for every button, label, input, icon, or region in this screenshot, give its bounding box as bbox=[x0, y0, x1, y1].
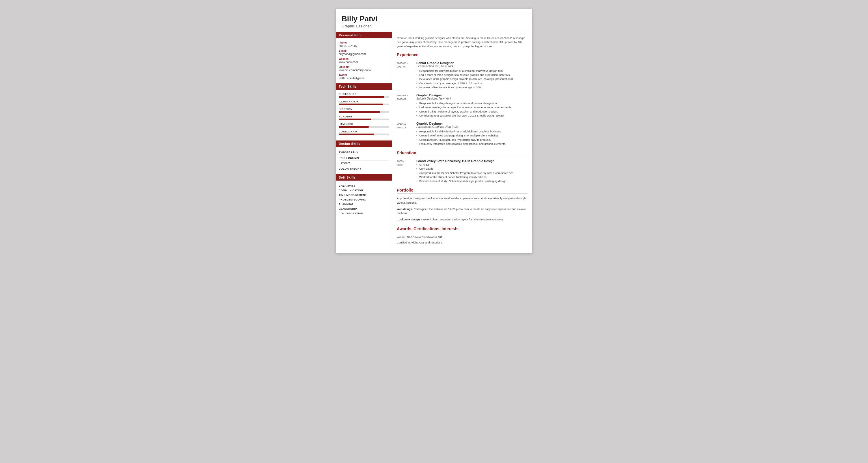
soft-skill-item: COMMUNICATION bbox=[339, 188, 389, 193]
tech-skills-section: PHOTOSHOP ILLUSTRATOR INDESIGN ACROBAT H… bbox=[336, 90, 392, 140]
skill-bar-bg bbox=[339, 104, 389, 105]
portfolio-list: App Design. Designed the flow of the Mea… bbox=[397, 196, 528, 222]
awards-item: Winner: D&AD New Blood Award 2011 bbox=[397, 235, 528, 239]
experience-section: Experience 2015-03 -2017-04 Senior Graph… bbox=[397, 53, 528, 146]
bullet: Responsible for daily design in a small,… bbox=[416, 130, 528, 134]
exp-bullets: Responsible for daily design in a small,… bbox=[416, 130, 528, 146]
awards-title: Awards, Certifications, Interests bbox=[397, 227, 528, 232]
exp-date: 2015-03 -2017-04 bbox=[397, 61, 416, 90]
tech-skill-item: ACROBAT bbox=[339, 115, 389, 120]
experience-item: 2013-01 -2015-02 Graphic Designer Shibul… bbox=[397, 94, 528, 118]
exp-details: Graphic Designer Shibula Designs, New Yo… bbox=[416, 94, 528, 118]
candidate-title: Graphic Designer bbox=[342, 24, 526, 28]
awards-section: Awards, Certifications, Interests Winner… bbox=[397, 227, 528, 245]
skill-name: INDESIGN bbox=[339, 108, 389, 110]
design-skill-item: COLOR THEORY bbox=[339, 166, 389, 171]
skill-name: ACROBAT bbox=[339, 115, 389, 118]
soft-skills-header: Soft Skills bbox=[336, 174, 392, 180]
skill-bar-bg bbox=[339, 119, 389, 120]
portfolio-title: Portfolio bbox=[397, 188, 528, 194]
bullet: GPA 3.5 bbox=[416, 163, 528, 167]
bullet: Favorite areas of study: Online layout d… bbox=[416, 179, 528, 183]
website-label: Website bbox=[339, 57, 389, 60]
exp-company: Senna Kenno Inc., New York bbox=[416, 65, 528, 68]
portfolio-section: Portfolio App Design. Designed the flow … bbox=[397, 188, 528, 222]
main-content: Creative, hard working graphic designer … bbox=[392, 32, 532, 253]
linkedin-value: linkedin.com/in/billy-patvi bbox=[339, 69, 389, 72]
email-label: E-mail bbox=[339, 49, 389, 52]
education-title: Education bbox=[397, 151, 528, 156]
experience-item: 2010-10 -2012-11 Graphic Designer Passal… bbox=[397, 122, 528, 146]
soft-skill-item: PROBLEM SOLVING bbox=[339, 197, 389, 202]
bullet: Created a high volume of layout, graphic… bbox=[416, 110, 528, 114]
exp-bullets: Responsible for daily production of a sm… bbox=[416, 69, 528, 90]
skill-bar-bg bbox=[339, 126, 389, 128]
soft-skill-item: LEADERSHIP bbox=[339, 206, 389, 211]
skill-name: CORELDRAW bbox=[339, 130, 389, 133]
edu-bullets: GPA 3.5Cum LaudeAccepted into the Senior… bbox=[416, 163, 528, 183]
design-skill-item: PRINT DESIGN bbox=[339, 155, 389, 161]
bullet: Led team meetings for a project to incre… bbox=[416, 105, 528, 109]
personal-info-header: Personal Info bbox=[336, 32, 392, 38]
exp-date: 2010-10 -2012-11 bbox=[397, 122, 416, 146]
edu-date: 2005 -2009 bbox=[397, 159, 416, 183]
skill-bar-fill bbox=[339, 134, 374, 135]
soft-skill-item: TIME MANAGEMENT bbox=[339, 193, 389, 197]
exp-details: Senior Graphic Designer Senna Kenno Inc.… bbox=[416, 61, 528, 90]
soft-skill-item: PLANNING bbox=[339, 202, 389, 206]
portfolio-item-desc: Created clean, engaging design layout fo… bbox=[421, 218, 505, 221]
twitter-label: Twitter bbox=[339, 73, 389, 76]
resume: Billy Patvi Graphic Designer Personal In… bbox=[336, 9, 532, 253]
awards-item: Certified in Adobe CS5 and Autodesk bbox=[397, 240, 528, 244]
sidebar: Personal Info Phone 501-872-2516 E-mail … bbox=[336, 32, 392, 253]
bullet: Developed 300+ graphic design projects (… bbox=[416, 77, 528, 81]
edu-details: Grand Valley State University, BA in Gra… bbox=[416, 159, 528, 183]
bullet: Used InDesign, Illustrator, and Photosho… bbox=[416, 138, 528, 142]
edu-degree: Grand Valley State University, BA in Gra… bbox=[416, 159, 528, 163]
skill-bar-fill bbox=[339, 126, 369, 128]
bullet: Worked for the student paper illustratin… bbox=[416, 175, 528, 179]
website-value: www.patvi.com bbox=[339, 61, 389, 64]
design-skill-item: LAYOUT bbox=[339, 161, 389, 166]
bullet: Cum Laude bbox=[416, 167, 528, 171]
linkedin-label: LinkedIn bbox=[339, 65, 389, 68]
twitter-value: twitter.com/billypatvi bbox=[339, 77, 389, 80]
bullet: Responsible for daily production of a sm… bbox=[416, 69, 528, 73]
exp-company: Passalaqua Graphics, New York bbox=[416, 125, 528, 128]
bullet: Frequently integrated photographic, typo… bbox=[416, 142, 528, 146]
skill-bar-fill bbox=[339, 111, 380, 113]
summary-text: Creative, hard working graphic designer … bbox=[397, 36, 528, 48]
skill-bar-fill bbox=[339, 119, 371, 120]
resume-body: Personal Info Phone 501-872-2516 E-mail … bbox=[336, 32, 532, 253]
tech-skill-item: INDESIGN bbox=[339, 108, 389, 113]
skill-bar-bg bbox=[339, 134, 389, 135]
candidate-name: Billy Patvi bbox=[342, 14, 526, 23]
tech-skills-header: Tech Skills bbox=[336, 84, 392, 90]
phone-value: 501-872-2516 bbox=[339, 44, 389, 47]
design-skill-item: TYPOGRAPHY bbox=[339, 150, 389, 155]
experience-title: Experience bbox=[397, 53, 528, 58]
phone-label: Phone bbox=[339, 41, 389, 44]
exp-job-title: Senior Graphic Designer bbox=[416, 61, 528, 65]
skill-name: PHOTOSHOP bbox=[339, 93, 389, 96]
soft-skill-item: COLLABORATION bbox=[339, 211, 389, 216]
bullet: Led a team of three designers to develop… bbox=[416, 73, 528, 77]
education-item: 2005 -2009 Grand Valley State University… bbox=[397, 159, 528, 183]
skill-bar-fill bbox=[339, 96, 384, 98]
bullet: Contributed to a customer site that won … bbox=[416, 114, 528, 118]
skill-bar-bg bbox=[339, 111, 389, 113]
portfolio-item: App Design. Designed the flow of the Mea… bbox=[397, 196, 528, 205]
soft-skill-item: CREATIVITY bbox=[339, 184, 389, 188]
bullet: Responsible for daily design in a prolif… bbox=[416, 101, 528, 105]
design-skills-header: Design Skills bbox=[336, 140, 392, 147]
portfolio-item: Cookbook design. Created clean, engaging… bbox=[397, 218, 528, 222]
portfolio-item-title: Web design. bbox=[397, 207, 413, 210]
tech-skill-item: HTML/CSS bbox=[339, 123, 389, 128]
portfolio-item-title: Cookbook design. bbox=[397, 218, 421, 221]
experience-item: 2015-03 -2017-04 Senior Graphic Designer… bbox=[397, 61, 528, 90]
experience-list: 2015-03 -2017-04 Senior Graphic Designer… bbox=[397, 61, 528, 146]
skill-bar-bg bbox=[339, 96, 389, 98]
exp-details: Graphic Designer Passalaqua Graphics, Ne… bbox=[416, 122, 528, 146]
tech-skill-item: CORELDRAW bbox=[339, 130, 389, 135]
portfolio-item-desc: Redesigned the website for BikeTripNow.c… bbox=[397, 207, 526, 214]
